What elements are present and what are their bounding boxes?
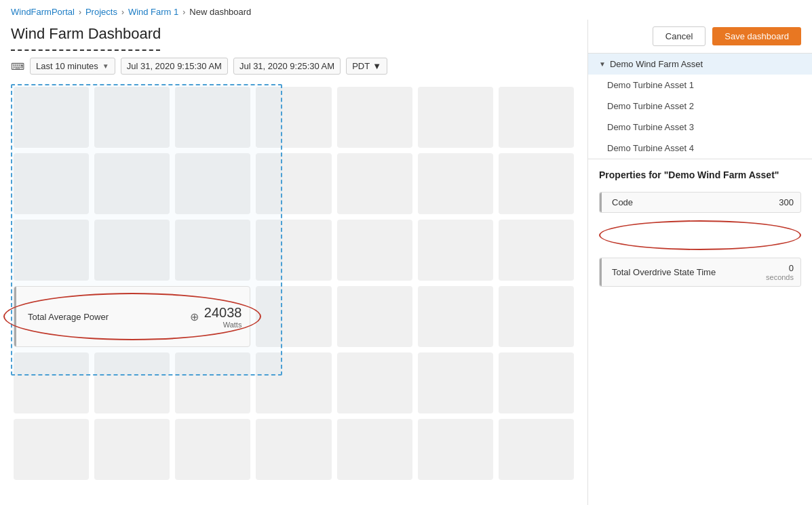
save-dashboard-button[interactable]: Save dashboard — [712, 27, 801, 45]
widget-number: 24038 — [204, 305, 242, 320]
asset-tree-child-label-3: Demo Turbine Asset 4 — [607, 143, 694, 153]
grid-cell — [499, 286, 574, 347]
left-panel: Wind Farm Dashboard ⌨ Last 10 minutes ▼ … — [0, 20, 588, 505]
grid-cell — [499, 419, 574, 480]
grid-cell — [256, 419, 331, 480]
properties-highlight-oval — [599, 220, 801, 250]
title-underline — [11, 49, 160, 51]
property-row-overdrive: Total Overdrive State Time 0 seconds — [599, 258, 801, 287]
grid-cell — [337, 286, 412, 347]
grid-cell — [94, 419, 170, 480]
properties-panel: Properties for "Demo Wind Farm Asset" Co… — [588, 159, 812, 505]
asset-tree-child-3[interactable]: Demo Turbine Asset 4 — [588, 138, 812, 159]
grid-cell — [418, 419, 493, 480]
dashboard-area: Total Average Power ⊕ 24038 Watts — [11, 84, 577, 494]
time-preset-selector[interactable]: Last 10 minutes ▼ — [30, 58, 115, 75]
right-header: Cancel Save dashboard — [588, 20, 812, 54]
asset-tree: ▼ Demo Wind Farm Asset Demo Turbine Asse… — [588, 54, 812, 159]
chevron-down-icon: ▼ — [102, 62, 109, 70]
asset-tree-child-label-2: Demo Turbine Asset 3 — [607, 122, 694, 132]
asset-tree-child-2[interactable]: Demo Turbine Asset 3 — [588, 117, 812, 138]
keyboard-icon: ⌨ — [11, 61, 24, 72]
asset-tree-child-label-1: Demo Turbine Asset 2 — [607, 101, 694, 111]
page-title: Wind Farm Dashboard — [11, 25, 577, 43]
property-unit-overdrive: seconds — [766, 273, 794, 281]
asset-tree-child-0[interactable]: Demo Turbine Asset 1 — [588, 75, 812, 96]
grid-cell — [337, 87, 412, 148]
grid-cell — [418, 153, 493, 214]
grid-cell — [14, 419, 89, 480]
grid-cell — [175, 419, 250, 480]
property-label-overdrive: Total Overdrive State Time — [606, 267, 766, 277]
timezone-label: PDT — [352, 61, 370, 71]
timezone-selector[interactable]: PDT ▼ — [346, 58, 387, 75]
grid-cell — [337, 352, 412, 413]
grid-cell — [418, 87, 493, 148]
asset-tree-child-1[interactable]: Demo Turbine Asset 2 — [588, 96, 812, 117]
property-left-bar — [600, 193, 602, 212]
property-label-code: Code — [606, 197, 779, 207]
property-value-code: 300 — [779, 197, 794, 207]
grid-cell — [418, 352, 493, 413]
tree-collapse-icon: ▼ — [599, 60, 606, 68]
grid-cell — [337, 153, 412, 214]
asset-tree-parent[interactable]: ▼ Demo Wind Farm Asset — [588, 54, 812, 75]
time-start-input[interactable]: Jul 31, 2020 9:15:30 AM — [121, 58, 228, 75]
breadcrumb: WindFarmPortal › Projects › Wind Farm 1 … — [0, 0, 812, 20]
breadcrumb-item-1[interactable]: Projects — [85, 7, 117, 17]
property-left-bar — [600, 258, 602, 286]
asset-tree-parent-label: Demo Wind Farm Asset — [610, 59, 703, 69]
grid-cell — [418, 286, 493, 347]
move-icon[interactable]: ⊕ — [190, 310, 199, 323]
asset-tree-child-label-0: Demo Turbine Asset 1 — [607, 80, 694, 90]
grid-cell — [499, 220, 574, 281]
grid-cell — [337, 220, 412, 281]
grid-cell — [499, 153, 574, 214]
right-panel: Cancel Save dashboard ▼ Demo Wind Farm A… — [588, 20, 812, 505]
breadcrumb-sep-0: › — [79, 7, 81, 17]
grid-cell — [418, 220, 493, 281]
breadcrumb-sep-1: › — [121, 7, 124, 17]
properties-oval-container — [599, 218, 801, 252]
breadcrumb-item-0[interactable]: WindFarmPortal — [11, 7, 75, 17]
widget-left-bar — [14, 287, 16, 346]
grid-cell — [499, 352, 574, 413]
timezone-chevron-icon: ▼ — [372, 61, 381, 71]
breadcrumb-item-2[interactable]: Wind Farm 1 — [128, 7, 178, 17]
widget-label: Total Average Power — [22, 312, 185, 322]
time-controls: ⌨ Last 10 minutes ▼ Jul 31, 2020 9:15:30… — [11, 58, 577, 75]
grid-cell — [337, 419, 412, 480]
widget-value: 24038 Watts — [204, 305, 242, 329]
property-value-overdrive: 0 — [789, 263, 794, 273]
time-preset-label: Last 10 minutes — [36, 61, 98, 71]
properties-title: Properties for "Demo Wind Farm Asset" — [599, 169, 801, 182]
breadcrumb-current: New dashboard — [189, 7, 251, 17]
property-row-code: Code 300 — [599, 192, 801, 213]
widget-unit: Watts — [204, 321, 242, 329]
grid-cell — [499, 87, 574, 148]
time-end-input[interactable]: Jul 31, 2020 9:25:30 AM — [233, 58, 341, 75]
power-widget[interactable]: Total Average Power ⊕ 24038 Watts — [14, 286, 250, 347]
breadcrumb-sep-2: › — [182, 7, 185, 17]
cancel-button[interactable]: Cancel — [653, 26, 705, 46]
